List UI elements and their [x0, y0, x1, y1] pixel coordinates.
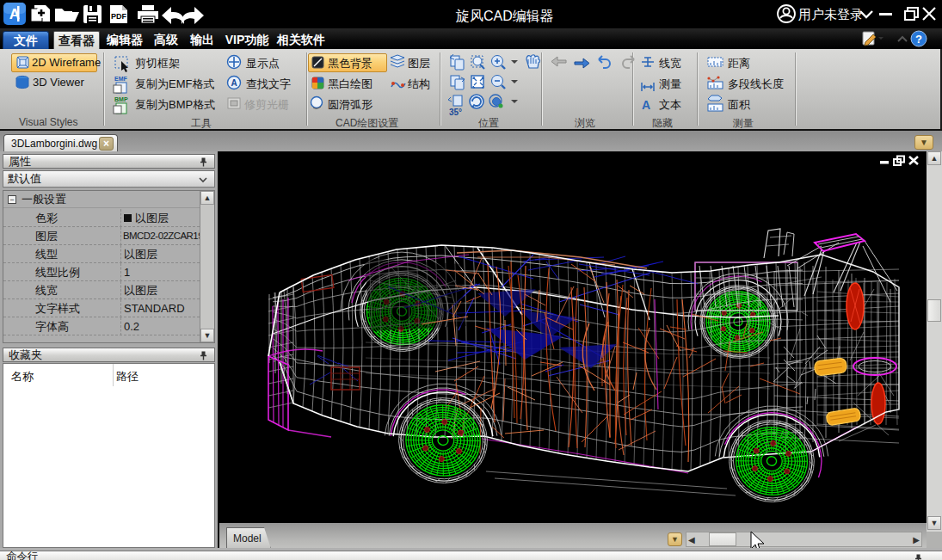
svg-text:?: ? [915, 33, 922, 46]
svg-text:EMF: EMF [114, 76, 128, 82]
svg-text:A: A [231, 78, 237, 88]
svg-text:PDF: PDF [111, 12, 127, 21]
svg-text:BMP: BMP [114, 96, 128, 102]
svg-text:A: A [642, 98, 650, 112]
svg-text:35°: 35° [449, 108, 462, 117]
